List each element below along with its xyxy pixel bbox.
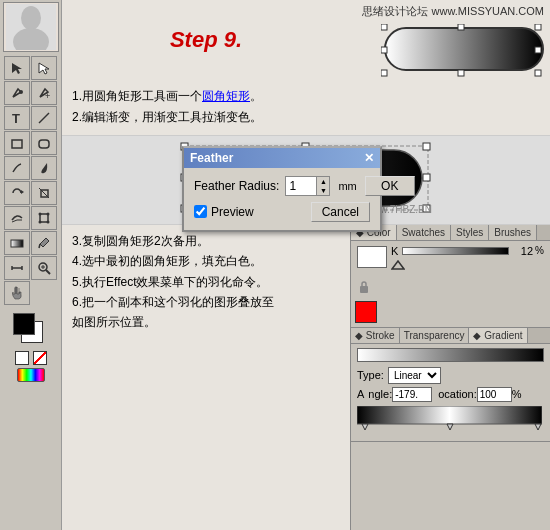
feather-unit: mm: [338, 180, 356, 192]
svg-rect-33: [381, 70, 387, 76]
feather-titlebar: Feather ✕: [184, 148, 380, 168]
angle-label-rest: ngle:: [368, 388, 392, 400]
red-swatch[interactable]: [355, 301, 377, 323]
gradient-arrow-row: [391, 260, 544, 270]
svg-text:+: +: [45, 91, 50, 100]
feather-input-group[interactable]: ▲ ▼: [285, 176, 330, 196]
spinner-up[interactable]: ▲: [317, 177, 329, 186]
gradient-swatch-area: [351, 297, 550, 327]
tool-measure[interactable]: [4, 256, 30, 280]
feather-ok-button[interactable]: OK: [365, 176, 415, 196]
none-color[interactable]: [15, 351, 29, 365]
color-spectrum[interactable]: [17, 368, 45, 382]
foreground-color-box[interactable]: [13, 313, 35, 335]
color-panel: ◆ Color Swatches Styles Brushes: [351, 225, 550, 328]
k-slider[interactable]: [402, 247, 509, 255]
tool-gradient[interactable]: [4, 231, 30, 255]
tool-eyedropper[interactable]: [31, 231, 57, 255]
instruction-line-6-2: 如图所示位置。: [72, 312, 340, 332]
angle-label: A: [357, 388, 364, 400]
spinner-down[interactable]: ▼: [317, 186, 329, 195]
svg-rect-32: [535, 47, 541, 53]
bottom-section: 3.复制圆角矩形2次备用。 4.选中最初的圆角矩形，填充白色。 5.执行Effe…: [62, 225, 550, 530]
preview-checkbox[interactable]: [194, 205, 207, 218]
instruction-line-4: 4.选中最初的圆角矩形，填充白色。: [72, 251, 340, 271]
tab-gradient[interactable]: ◆ Gradient: [469, 328, 527, 343]
svg-rect-43: [423, 174, 430, 181]
preview-checkbox-label[interactable]: Preview: [194, 205, 254, 219]
tab-styles[interactable]: Styles: [451, 225, 489, 240]
tool-select[interactable]: [4, 56, 30, 80]
feather-body: Feather Radius: ▲ ▼ mm OK: [184, 168, 380, 230]
tool-rounded-rect[interactable]: [31, 131, 57, 155]
watermark-text: 思绪设计论坛 www.MISSYUAN.COM: [362, 4, 544, 19]
location-input[interactable]: [477, 387, 512, 402]
svg-point-18: [47, 221, 50, 224]
location-label: ocation:: [438, 388, 477, 400]
instruction-1-suffix: 。: [250, 89, 262, 103]
tool-brush[interactable]: [31, 156, 57, 180]
color-sliders: K 12 %: [391, 245, 544, 270]
svg-rect-34: [458, 70, 464, 76]
svg-rect-31: [381, 47, 387, 53]
svg-point-16: [47, 213, 50, 216]
tool-hand[interactable]: [4, 281, 30, 305]
gradient-preview-bar: [357, 348, 544, 362]
svg-marker-51: [447, 424, 453, 430]
feather-radius-input[interactable]: [286, 178, 316, 194]
tool-zoom[interactable]: [31, 256, 57, 280]
tool-line[interactable]: [31, 106, 57, 130]
stroke-panel: ◆ Stroke Transparency ◆ Gradient: [351, 328, 550, 442]
type-select[interactable]: Linear Radial: [388, 367, 441, 384]
svg-rect-48: [360, 286, 368, 293]
white-swatch[interactable]: [357, 246, 387, 268]
tool-pen[interactable]: [4, 81, 30, 105]
feather-cancel-button[interactable]: Cancel: [311, 202, 370, 222]
svg-rect-14: [40, 214, 48, 222]
reset-colors[interactable]: [33, 351, 47, 365]
tab-swatches[interactable]: Swatches: [397, 225, 451, 240]
tool-pencil[interactable]: [4, 156, 30, 180]
svg-point-5: [19, 90, 23, 94]
tool-free-transform[interactable]: [31, 206, 57, 230]
svg-point-1: [21, 6, 41, 30]
tool-type[interactable]: T: [4, 106, 30, 130]
tool-direct-select[interactable]: [31, 56, 57, 80]
feather-close-btn[interactable]: ✕: [364, 151, 374, 165]
tool-scale[interactable]: [31, 181, 57, 205]
tool-rect[interactable]: [4, 131, 30, 155]
svg-rect-29: [458, 24, 464, 30]
tab-styles-label: Styles: [456, 227, 483, 238]
angle-input[interactable]: [392, 387, 432, 402]
svg-rect-30: [535, 24, 541, 30]
tool-rotate[interactable]: [4, 181, 30, 205]
instruction-1-link[interactable]: 圆角矩形: [202, 89, 250, 103]
tool-add-anchor[interactable]: +: [31, 81, 57, 105]
color-swatch-row: K 12 %: [357, 245, 544, 270]
color-selector[interactable]: [13, 313, 49, 382]
feather-title: Feather: [190, 151, 233, 165]
tab-stroke[interactable]: ◆ Stroke: [351, 328, 400, 343]
instruction-line-6: 6.把一个副本和这个羽化的图形叠放至: [72, 292, 340, 312]
gradient-panel-content: Type: Linear Radial A ngle: ocation:: [351, 344, 550, 441]
svg-line-25: [46, 270, 50, 274]
type-label: Type:: [357, 369, 384, 381]
tab-transparency[interactable]: Transparency: [400, 328, 470, 343]
step-title: Step 9.: [170, 27, 242, 53]
instruction-line-3: 3.复制圆角矩形2次备用。: [72, 231, 340, 251]
tab-gradient-label: ◆ Gradient: [473, 330, 522, 341]
preview-rounded-rect-container: [384, 23, 544, 71]
svg-rect-35: [535, 70, 541, 76]
tab-transparency-label: Transparency: [404, 330, 465, 341]
svg-marker-50: [362, 424, 368, 430]
type-row: Type: Linear Radial: [357, 367, 544, 384]
feather-preview-row: Preview Cancel: [194, 202, 370, 222]
instruction-1-prefix: 1.用圆角矩形工具画一个: [72, 89, 202, 103]
top-row: Step 9. 思绪设计论坛 www.MISSYUAN.COM: [62, 0, 550, 80]
tool-warp[interactable]: [4, 206, 30, 230]
feather-spinner[interactable]: ▲ ▼: [316, 177, 329, 195]
tab-stroke-label: ◆ Stroke: [355, 330, 395, 341]
tab-brushes[interactable]: Brushes: [489, 225, 537, 240]
svg-point-15: [39, 213, 42, 216]
svg-rect-41: [423, 143, 430, 150]
